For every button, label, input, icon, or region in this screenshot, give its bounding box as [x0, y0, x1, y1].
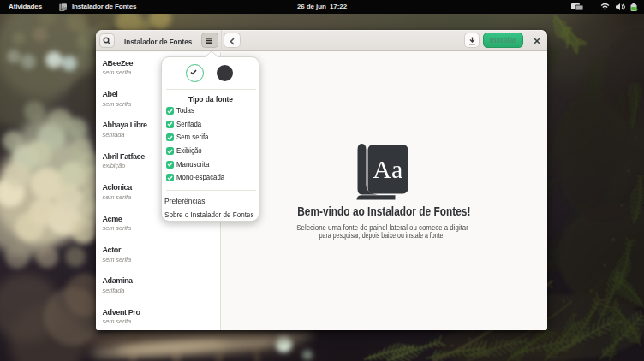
svg-text:Aa: Aa [62, 5, 67, 9]
svg-text:Aa: Aa [373, 155, 402, 183]
